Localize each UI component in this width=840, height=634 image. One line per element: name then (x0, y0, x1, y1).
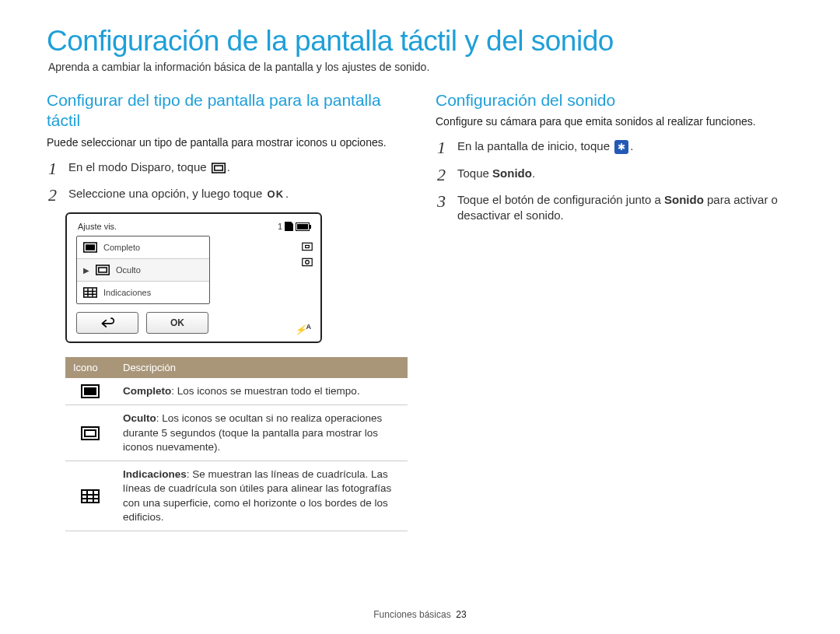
right-step-2-text: Toque (457, 166, 492, 180)
table-row-oculto: Oculto: Los iconos se ocultan si no real… (65, 405, 408, 461)
display-type-list: Completo ▶ Oculto Indicaciones (76, 236, 210, 304)
period: . (630, 139, 633, 152)
row-oculto-icon (65, 405, 115, 461)
right-steps: En la pantalla de inicio, toque ✱. Toque… (436, 138, 793, 223)
left-step-1: En el modo Disparo, toque . (47, 159, 404, 175)
table-row-completo: Completo: Los iconos se muestran todo el… (65, 378, 408, 405)
period: . (285, 187, 289, 200)
svg-rect-1 (215, 166, 223, 170)
right-heading: Configuración del sonido (436, 90, 793, 110)
left-step-2: Seleccione una opción, y luego toque OK. (47, 186, 404, 201)
left-subintro: Puede seleccionar un tipo de pantalla pa… (47, 136, 404, 149)
table-header-icon: Icono (65, 357, 115, 378)
list-item-oculto-label: Oculto (116, 265, 141, 275)
list-item-completo-label: Completo (103, 243, 140, 252)
left-step-1-text: En el modo Disparo, toque (68, 160, 210, 173)
row-completo-desc: Completo: Los iconos se muestran todo el… (115, 378, 408, 405)
flash-auto-letter: A (306, 323, 312, 331)
left-step-2-text: Seleccione una opción, y luego toque (68, 187, 266, 200)
row-indicaciones-icon (65, 461, 115, 531)
svg-rect-18 (85, 430, 96, 436)
oculto-icon (96, 264, 110, 275)
page-footer: Funciones básicas 23 (0, 609, 840, 620)
footer-section: Funciones básicas (373, 609, 450, 620)
back-arrow-icon (100, 317, 115, 328)
row-indicaciones-term: Indicaciones (123, 468, 187, 480)
list-item-indicaciones[interactable]: Indicaciones (77, 281, 209, 303)
icon-description-table: Icono Descripción Completo: Los iconos s… (65, 357, 408, 531)
right-step-1: En la pantalla de inicio, toque ✱. (436, 138, 793, 154)
right-step-3-term: Sonido (664, 193, 704, 206)
svg-rect-10 (84, 288, 97, 297)
row-oculto-desc: Oculto: Los iconos se ocultan si no real… (115, 405, 408, 461)
right-step-3: Toque el botón de configuración junto a … (436, 192, 793, 224)
display-status: 1 (278, 222, 310, 231)
right-subintro: Configure su cámara para que emita sonid… (436, 115, 793, 128)
svg-rect-2 (303, 243, 312, 250)
svg-rect-16 (84, 387, 96, 395)
row-oculto-term: Oculto (123, 412, 156, 424)
shot-count: 1 (278, 222, 282, 231)
indicaciones-icon (83, 287, 97, 298)
row-completo-text: : Los iconos se muestran todo el tiempo. (171, 385, 359, 397)
right-column: Configuración del sonido Configure su cá… (436, 90, 793, 531)
table-row-indicaciones: Indicaciones: Se muestran las líneas de … (65, 461, 408, 531)
row-completo-icon (65, 378, 115, 405)
footer-page-number: 23 (456, 609, 466, 620)
table-header-desc: Descripción (115, 357, 408, 378)
list-item-completo[interactable]: Completo (77, 236, 209, 258)
settings-gear-icon: ✱ (614, 140, 628, 154)
battery-icon (296, 222, 310, 231)
left-column: Configurar del tipo de pantalla para la … (47, 90, 404, 531)
camera-display-mock: Ajuste vis. 1 Completo (65, 212, 322, 343)
period: . (532, 166, 535, 180)
table-header-row: Icono Descripción (65, 357, 408, 378)
svg-rect-7 (86, 244, 95, 250)
right-step-3-text-a: Toque el botón de configuración junto a (457, 193, 664, 206)
svg-rect-19 (82, 490, 99, 503)
left-steps: En el modo Disparo, toque . Seleccione u… (47, 159, 404, 202)
svg-rect-4 (303, 258, 312, 265)
svg-rect-3 (306, 245, 310, 247)
flash-auto-icon: ⚡A (295, 323, 312, 335)
af-frame-icon (302, 242, 313, 251)
sd-card-icon (285, 222, 293, 231)
ok-button-label: OK (170, 317, 184, 328)
right-step-1-text: En la pantalla de inicio, toque (457, 139, 613, 152)
row-completo-term: Completo (123, 385, 171, 397)
right-step-2: Toque Sonido. (436, 166, 793, 181)
row-indicaciones-desc: Indicaciones: Se muestran las líneas de … (115, 461, 408, 531)
display-type-icon (212, 163, 226, 173)
completo-icon (83, 242, 97, 253)
page-title: Configuración de la pantalla táctil y de… (47, 25, 793, 58)
row-oculto-text: : Los iconos se ocultan si no realiza op… (123, 412, 382, 452)
face-icon (302, 257, 313, 267)
right-step-2-term: Sonido (492, 166, 532, 180)
selected-arrow-icon: ▶ (83, 266, 89, 275)
display-title: Ajuste vis. (78, 222, 117, 231)
svg-rect-9 (99, 268, 107, 272)
ok-button[interactable]: OK (146, 312, 208, 334)
period: . (227, 160, 230, 173)
left-heading: Configurar del tipo de pantalla para la … (47, 90, 404, 131)
ok-icon: OK (268, 187, 285, 201)
display-side-icons (302, 242, 313, 267)
page-intro: Aprenda a cambiar la información básica … (48, 61, 793, 73)
back-button[interactable] (76, 312, 138, 334)
list-item-indicaciones-label: Indicaciones (103, 288, 151, 297)
list-item-oculto[interactable]: ▶ Oculto (77, 258, 209, 281)
svg-point-5 (306, 261, 310, 264)
